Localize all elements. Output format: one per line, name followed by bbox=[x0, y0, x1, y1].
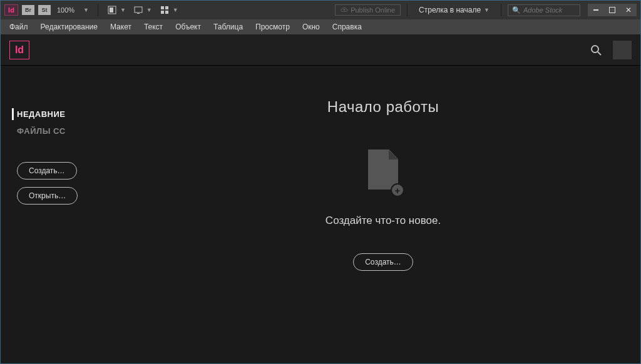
bridge-badge-icon[interactable]: Br bbox=[22, 5, 34, 15]
welcome-sidebar: НЕДАВНИЕ ФАЙЛЫ CC Создать… Открыть… bbox=[1, 66, 126, 363]
close-button[interactable]: ✕ bbox=[620, 4, 637, 16]
publish-online-button[interactable]: Publish Online bbox=[335, 4, 401, 16]
chevron-down-icon: ▼ bbox=[173, 7, 178, 13]
menu-object[interactable]: Объект bbox=[173, 21, 203, 33]
app-window: Id Br St 100% ▼ ▼ ▼ bbox=[0, 0, 641, 364]
cloud-upload-icon bbox=[341, 8, 348, 13]
welcome-center: Начало работы + Создайте что-то новое. С… bbox=[126, 66, 640, 363]
stock-badge-icon[interactable]: St bbox=[38, 5, 51, 15]
svg-line-9 bbox=[598, 52, 601, 55]
svg-rect-6 bbox=[161, 11, 164, 14]
menu-bar: Файл Редактирование Макет Текст Объект Т… bbox=[1, 19, 640, 34]
svg-rect-3 bbox=[137, 13, 140, 14]
chevron-down-icon: ▼ bbox=[146, 7, 152, 13]
view-mode-dropdown[interactable]: ▼ bbox=[105, 4, 127, 16]
minimize-button[interactable] bbox=[588, 4, 604, 16]
svg-rect-1 bbox=[110, 8, 113, 13]
window-controls: ✕ bbox=[588, 4, 637, 16]
workspace-dropdown[interactable]: Стрелка в начале ▼ bbox=[414, 6, 495, 14]
app-badge-icon: Id bbox=[4, 4, 18, 16]
welcome-header: Id bbox=[1, 34, 640, 66]
arrange-dropdown[interactable]: ▼ bbox=[157, 4, 180, 16]
grid-icon bbox=[158, 4, 171, 16]
create-button-center[interactable]: Создать… bbox=[353, 253, 413, 271]
sidebar-item-cc-files[interactable]: ФАЙЛЫ CC bbox=[1, 123, 126, 139]
separator bbox=[98, 4, 98, 16]
separator bbox=[407, 4, 408, 16]
zoom-value: 100% bbox=[57, 6, 81, 14]
open-button[interactable]: Открыть… bbox=[17, 187, 78, 205]
stock-search-input[interactable] bbox=[523, 6, 578, 14]
plus-badge-icon: + bbox=[391, 183, 404, 197]
page-title: Начало работы bbox=[327, 98, 439, 116]
menu-edit[interactable]: Редактирование bbox=[38, 21, 100, 33]
zoom-dropdown[interactable]: 100% ▼ bbox=[54, 6, 91, 14]
chevron-down-icon: ▼ bbox=[83, 7, 89, 13]
menu-table[interactable]: Таблица bbox=[211, 21, 245, 33]
top-toolbar: Id Br St 100% ▼ ▼ ▼ bbox=[1, 1, 640, 19]
search-button[interactable] bbox=[590, 44, 602, 56]
svg-rect-5 bbox=[165, 6, 168, 9]
sidebar-buttons: Создать… Открыть… bbox=[1, 162, 126, 205]
separator bbox=[501, 4, 501, 16]
create-button[interactable]: Создать… bbox=[17, 162, 77, 179]
screen-mode-dropdown[interactable]: ▼ bbox=[131, 4, 153, 16]
account-avatar[interactable] bbox=[613, 41, 632, 59]
adobe-stock-search[interactable]: 🔍 bbox=[508, 4, 580, 16]
chevron-down-icon: ▼ bbox=[484, 7, 490, 13]
menu-window[interactable]: Окно bbox=[300, 21, 322, 33]
welcome-main: НЕДАВНИЕ ФАЙЛЫ CC Создать… Открыть… Нача… bbox=[1, 66, 640, 363]
screen-mode-icon bbox=[132, 4, 145, 16]
page-view-icon bbox=[106, 4, 118, 16]
new-document-illustration: + bbox=[363, 149, 403, 200]
chevron-down-icon: ▼ bbox=[120, 7, 126, 13]
workspace-label: Стрелка в начале bbox=[419, 6, 481, 14]
maximize-button[interactable] bbox=[604, 4, 620, 16]
sidebar-item-recent[interactable]: НЕДАВНИЕ bbox=[1, 106, 126, 123]
svg-rect-4 bbox=[161, 6, 164, 9]
menu-help[interactable]: Справка bbox=[330, 21, 364, 33]
menu-layout[interactable]: Макет bbox=[108, 21, 134, 33]
menu-view[interactable]: Просмотр bbox=[253, 21, 292, 33]
svg-rect-7 bbox=[165, 11, 168, 14]
menu-file[interactable]: Файл bbox=[7, 21, 31, 33]
publish-label: Publish Online bbox=[351, 6, 395, 14]
svg-point-8 bbox=[592, 46, 598, 53]
search-icon: 🔍 bbox=[512, 6, 521, 14]
svg-rect-2 bbox=[135, 7, 142, 13]
indesign-logo-icon: Id bbox=[9, 41, 29, 59]
welcome-subtitle: Создайте что-то новое. bbox=[326, 215, 441, 227]
menu-type[interactable]: Текст bbox=[141, 21, 165, 33]
